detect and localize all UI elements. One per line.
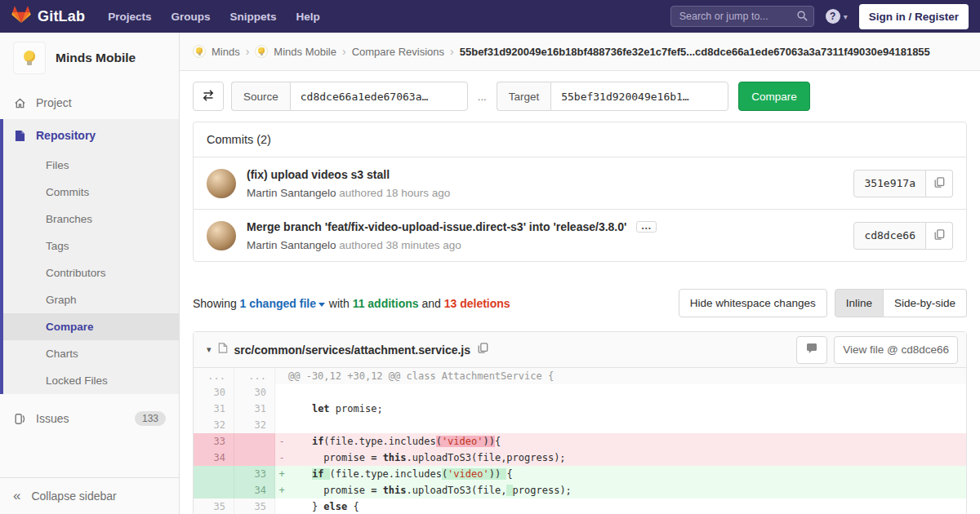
sidebar-item-project[interactable]: Project bbox=[0, 86, 179, 119]
old-line-number[interactable] bbox=[194, 466, 234, 482]
new-line-number[interactable]: 31 bbox=[234, 401, 275, 417]
commit-title-link[interactable]: Merge branch 'feat/fix-video-upload-issu… bbox=[247, 220, 626, 233]
collapse-diff-caret-icon[interactable]: ▾ bbox=[207, 344, 212, 355]
diff-file-panel: ▾ src/common/services/attachment.service… bbox=[193, 331, 967, 514]
old-line-number[interactable]: 34 bbox=[194, 450, 234, 466]
nav-groups[interactable]: Groups bbox=[163, 6, 218, 28]
sidebar-item-issues[interactable]: Issues 133 bbox=[0, 401, 179, 436]
and-label: and bbox=[421, 297, 440, 310]
view-file-button[interactable]: View file @ cd8dce66 bbox=[834, 336, 958, 364]
diff-line: 3030 bbox=[194, 384, 966, 401]
project-name: Minds Mobile bbox=[56, 51, 136, 65]
commit-author-link[interactable]: Martin Santangelo bbox=[247, 187, 336, 199]
sidebar-item-compare[interactable]: Compare bbox=[3, 313, 179, 340]
new-line-number[interactable]: 33 bbox=[234, 466, 275, 482]
copy-sha-button[interactable] bbox=[926, 170, 953, 197]
new-line-number[interactable]: 30 bbox=[234, 384, 275, 401]
source-label: Source bbox=[231, 82, 290, 111]
showing-label: Showing bbox=[193, 297, 237, 310]
search-icon[interactable] bbox=[796, 10, 808, 25]
breadcrumb-project-link[interactable]: Minds Mobile bbox=[274, 46, 336, 58]
new-line-number[interactable] bbox=[234, 450, 275, 466]
old-line-number[interactable]: 33 bbox=[194, 433, 234, 450]
new-line-number[interactable]: ... bbox=[234, 368, 275, 384]
main-content: Minds › Minds Mobile › Compare Revisions… bbox=[180, 33, 980, 514]
sidebar-item-locked-files[interactable]: Locked Files bbox=[3, 367, 179, 394]
sidebar-item-charts[interactable]: Charts bbox=[3, 340, 179, 367]
breadcrumb-group-link[interactable]: Minds bbox=[212, 46, 240, 58]
signin-button[interactable]: Sign in / Register bbox=[859, 4, 969, 29]
gitlab-logo[interactable]: GitLab bbox=[11, 5, 85, 28]
hide-whitespace-button[interactable]: Hide whitespace changes bbox=[679, 289, 827, 317]
file-icon bbox=[218, 342, 228, 357]
old-line-number[interactable]: ... bbox=[194, 368, 234, 384]
avatar bbox=[207, 221, 236, 250]
help-menu[interactable]: ? ▾ bbox=[826, 9, 848, 24]
compare-button[interactable]: Compare bbox=[738, 82, 810, 111]
toggle-comments-button[interactable] bbox=[796, 336, 827, 364]
inline-view-button[interactable]: Inline bbox=[835, 289, 884, 317]
nav-snippets[interactable]: Snippets bbox=[222, 6, 285, 28]
new-line-number[interactable]: 32 bbox=[234, 417, 275, 433]
old-line-number[interactable] bbox=[194, 482, 234, 498]
diff-line: 3535 } else { bbox=[194, 498, 966, 514]
breadcrumb-current-sha: 55bef31d920049e16b18bf488736fe32e1c7fef5… bbox=[460, 46, 930, 58]
sidebar-item-label: Repository bbox=[36, 129, 96, 142]
additions-count: 11 additions bbox=[353, 297, 419, 310]
sidebar-item-contributors[interactable]: Contributors bbox=[3, 259, 179, 286]
copy-icon bbox=[933, 228, 945, 243]
compare-revisions-form: Source ... Target Compare bbox=[193, 82, 967, 111]
sidebar-item-label: Issues bbox=[36, 412, 69, 425]
project-context[interactable]: Minds Mobile bbox=[0, 33, 179, 86]
breadcrumb-compare-link[interactable]: Compare Revisions bbox=[352, 46, 444, 58]
old-line-number[interactable]: 30 bbox=[194, 384, 234, 401]
diff-line-code: - if(file.type.includes('video')){ bbox=[275, 433, 966, 450]
sidebar-item-tags[interactable]: Tags bbox=[3, 233, 179, 259]
diff-file-path[interactable]: src/common/services/attachment.service.j… bbox=[234, 343, 471, 357]
diff-line: ......@@ -30,12 +30,12 @@ class Attachme… bbox=[194, 368, 966, 384]
copy-sha-button[interactable] bbox=[926, 222, 953, 250]
sidebar-item-files[interactable]: Files bbox=[3, 152, 179, 179]
diff-line: 34+ promise = this.uploadToS3(file, prog… bbox=[194, 482, 966, 498]
commit-row: (fix) upload videos s3 stall Martin Sant… bbox=[194, 157, 966, 209]
old-line-number[interactable]: 31 bbox=[194, 401, 234, 417]
old-line-number[interactable]: 35 bbox=[194, 498, 234, 514]
diff-line-code: @@ -30,12 +30,12 @@ class AttachmentServ… bbox=[275, 368, 966, 384]
collapse-label: Collapse sidebar bbox=[31, 490, 116, 503]
new-line-number[interactable]: 34 bbox=[234, 482, 275, 498]
global-search bbox=[670, 6, 814, 27]
document-icon bbox=[13, 130, 26, 142]
search-input[interactable] bbox=[670, 6, 814, 27]
changed-files-dropdown[interactable]: 1 changed file bbox=[240, 297, 316, 310]
diff-line: 3232 bbox=[194, 417, 966, 433]
diff-line: 3131 let promise; bbox=[194, 401, 966, 417]
new-line-number[interactable] bbox=[234, 433, 275, 450]
breadcrumb-separator: › bbox=[246, 45, 250, 58]
sidebar-nav: Project Repository Files Commits Branche… bbox=[0, 86, 179, 477]
sidebar-item-graph[interactable]: Graph bbox=[3, 286, 179, 313]
commit-row: Merge branch 'feat/fix-video-upload-issu… bbox=[194, 209, 966, 261]
diff-line: 33+ if (file.type.includes('video')) { bbox=[194, 466, 966, 482]
old-line-number[interactable]: 32 bbox=[194, 417, 234, 433]
side-by-side-view-button[interactable]: Side-by-side bbox=[884, 289, 967, 317]
diff-line-code bbox=[275, 417, 966, 433]
commits-panel-title: Commits (2) bbox=[194, 122, 966, 157]
commit-author-link[interactable]: Martin Santangelo bbox=[247, 239, 336, 251]
target-input-group: Target bbox=[497, 82, 729, 111]
collapse-sidebar-button[interactable]: « Collapse sidebar bbox=[0, 477, 179, 514]
source-ref-input[interactable] bbox=[290, 82, 468, 111]
diff-line: 33- if(file.type.includes('video')){ bbox=[194, 433, 966, 450]
sidebar-item-repository[interactable]: Repository bbox=[3, 119, 179, 152]
help-icon: ? bbox=[826, 9, 840, 24]
commit-description-expander[interactable]: … bbox=[636, 221, 657, 233]
copy-path-icon[interactable] bbox=[477, 342, 488, 357]
swap-revisions-button[interactable] bbox=[193, 82, 224, 111]
commit-title-link[interactable]: (fix) upload videos s3 stall bbox=[247, 168, 390, 181]
sidebar-item-branches[interactable]: Branches bbox=[3, 206, 179, 233]
diff-line-code: } else { bbox=[275, 498, 966, 514]
sidebar-item-commits[interactable]: Commits bbox=[3, 179, 179, 206]
new-line-number[interactable]: 35 bbox=[234, 498, 275, 514]
nav-projects[interactable]: Projects bbox=[100, 6, 159, 28]
nav-help[interactable]: Help bbox=[288, 6, 328, 28]
target-ref-input[interactable] bbox=[550, 82, 728, 111]
